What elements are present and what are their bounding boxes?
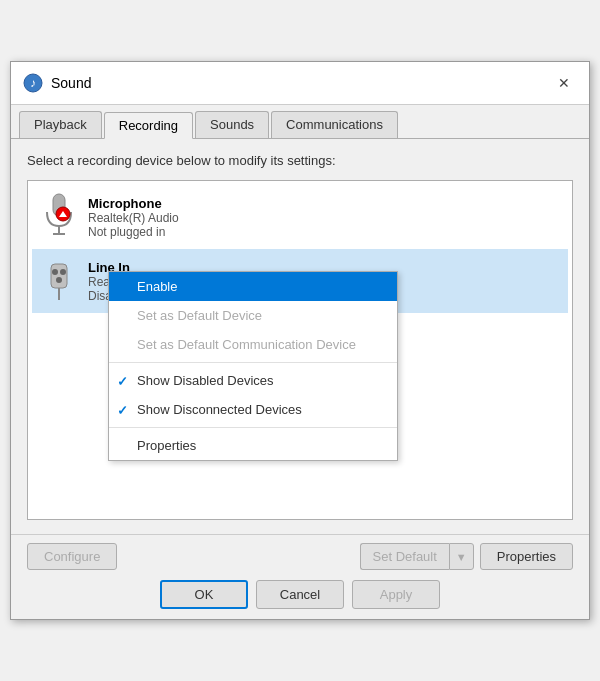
menu-item-show-disabled[interactable]: ✓ Show Disabled Devices xyxy=(109,366,397,395)
menu-item-show-disconnected[interactable]: ✓ Show Disconnected Devices xyxy=(109,395,397,424)
device-name-microphone: Microphone xyxy=(88,196,179,211)
menu-item-properties[interactable]: Properties xyxy=(109,431,397,460)
menu-item-set-default: Set as Default Device xyxy=(109,301,397,330)
tab-playback[interactable]: Playback xyxy=(19,111,102,138)
check-show-disconnected: ✓ xyxy=(117,402,128,417)
title-bar: ♪ Sound ✕ xyxy=(11,62,589,105)
device-status-microphone: Not plugged in xyxy=(88,225,179,239)
menu-item-enable[interactable]: Enable xyxy=(109,272,397,301)
device-item-microphone[interactable]: Microphone Realtek(R) Audio Not plugged … xyxy=(32,185,568,249)
svg-point-10 xyxy=(60,269,66,275)
sound-icon: ♪ xyxy=(23,73,43,93)
ok-cancel-row: OK Cancel Apply xyxy=(27,580,573,609)
sound-dialog: ♪ Sound ✕ Playback Recording Sounds Comm… xyxy=(10,61,590,620)
svg-point-9 xyxy=(52,269,58,275)
window-title: Sound xyxy=(51,75,91,91)
bottom-bar: Configure Set Default ▼ Properties OK Ca… xyxy=(11,534,589,619)
check-show-disabled: ✓ xyxy=(117,373,128,388)
svg-rect-7 xyxy=(51,264,67,288)
menu-separator-2 xyxy=(109,427,397,428)
linein-icon xyxy=(40,257,78,305)
ok-button[interactable]: OK xyxy=(160,580,248,609)
configure-row: Configure Set Default ▼ Properties xyxy=(27,543,573,570)
tab-recording[interactable]: Recording xyxy=(104,112,193,139)
device-driver-microphone: Realtek(R) Audio xyxy=(88,211,179,225)
device-info-microphone: Microphone Realtek(R) Audio Not plugged … xyxy=(88,196,179,239)
apply-button[interactable]: Apply xyxy=(352,580,440,609)
main-content: Select a recording device below to modif… xyxy=(11,139,589,534)
properties-button[interactable]: Properties xyxy=(480,543,573,570)
tab-communications[interactable]: Communications xyxy=(271,111,398,138)
svg-point-11 xyxy=(56,277,62,283)
menu-item-set-default-comm: Set as Default Communication Device xyxy=(109,330,397,359)
set-default-arrow-button[interactable]: ▼ xyxy=(449,543,474,570)
menu-separator-1 xyxy=(109,362,397,363)
configure-button[interactable]: Configure xyxy=(27,543,117,570)
microphone-icon xyxy=(40,193,78,241)
set-default-group: Set Default ▼ xyxy=(360,543,474,570)
close-button[interactable]: ✕ xyxy=(551,70,577,96)
set-default-button[interactable]: Set Default xyxy=(360,543,449,570)
context-menu: Enable Set as Default Device Set as Defa… xyxy=(108,271,398,461)
device-list: Microphone Realtek(R) Audio Not plugged … xyxy=(27,180,573,520)
svg-text:♪: ♪ xyxy=(30,76,36,90)
instruction-text: Select a recording device below to modif… xyxy=(27,153,573,168)
cancel-button[interactable]: Cancel xyxy=(256,580,344,609)
title-bar-left: ♪ Sound xyxy=(23,73,91,93)
tab-bar: Playback Recording Sounds Communications xyxy=(11,105,589,139)
tab-sounds[interactable]: Sounds xyxy=(195,111,269,138)
